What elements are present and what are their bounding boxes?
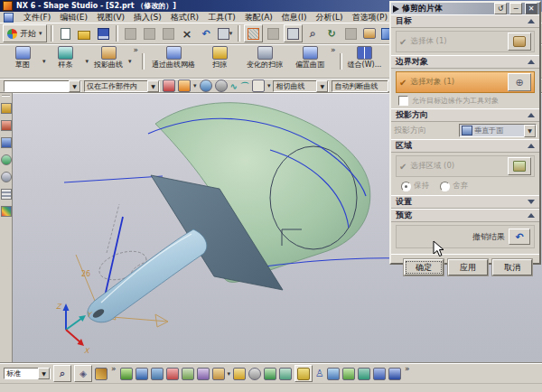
zoom-button[interactable]: ⌕ [304, 25, 322, 42]
part-navigator-icon[interactable] [1, 137, 12, 148]
curve-icon[interactable] [182, 368, 194, 380]
select-object-row[interactable]: ✔ 选择对象 (1) ⊕ [396, 71, 535, 93]
role-icon[interactable] [233, 368, 246, 380]
settings-section-header[interactable]: 设置 [391, 195, 539, 209]
type-filter-combo[interactable]: ▼ [4, 80, 81, 92]
menu-preferences[interactable]: 首选项(P) [348, 12, 392, 23]
fit-view-button[interactable] [244, 24, 263, 42]
overflow-chevron-icon[interactable]: » [405, 364, 410, 373]
palettes-icon[interactable] [1, 206, 12, 217]
combo-dropdown-icon[interactable]: ▼ [38, 368, 50, 379]
offset-surface-button[interactable]: 偏置曲面 [291, 45, 329, 78]
combo-dropdown-icon[interactable]: ▼ [69, 80, 80, 92]
overflow-chevron-icon[interactable]: » [331, 45, 336, 54]
menu-view[interactable]: 视图(V) [92, 12, 129, 23]
pan-button[interactable] [265, 25, 282, 42]
snap-point-icon[interactable] [200, 79, 212, 92]
open-button[interactable] [76, 25, 93, 42]
apply-button[interactable]: 应用 [448, 259, 488, 275]
menu-file[interactable]: 文件(F) [19, 12, 55, 23]
image-icon[interactable] [327, 368, 340, 380]
target-section-header[interactable]: 目标 [391, 14, 539, 28]
preset-combo[interactable]: 标准 ▼ [4, 368, 51, 379]
select-body-button[interactable] [508, 33, 531, 51]
document-icon[interactable] [4, 13, 14, 23]
menu-format[interactable]: 格式(R) [166, 12, 203, 23]
reuse-library-icon[interactable] [1, 154, 12, 165]
refresh-selection-icon[interactable] [163, 79, 175, 92]
ok-button[interactable]: 确定 [404, 259, 444, 275]
sync-icon[interactable] [248, 368, 261, 380]
history-icon[interactable] [1, 172, 12, 182]
projection-direction-dropdown[interactable]: 垂直于面 ▼ [459, 124, 537, 137]
menu-edit[interactable]: 编辑(E) [55, 12, 92, 23]
sheet-icon[interactable] [151, 368, 164, 380]
through-curve-mesh-button[interactable]: 通过曲线网格 [147, 45, 200, 78]
discard-radio[interactable] [440, 182, 450, 191]
extrude-icon[interactable] [136, 368, 148, 380]
resource-bar-grip[interactable] [2, 95, 10, 97]
combo-dropdown-icon[interactable]: ▼ [316, 80, 328, 92]
user-icon[interactable]: ♙ [315, 369, 324, 378]
dialog-title-bar[interactable]: 修剪的片体 ↺ − ✕ [391, 3, 539, 14]
menu-insert[interactable]: 插入(S) [129, 12, 166, 23]
snapshot-button[interactable] [361, 25, 378, 42]
keep-option[interactable]: 保持 [401, 181, 429, 191]
copy-button-disabled[interactable] [141, 25, 158, 42]
variational-sweep-button[interactable]: 变化的扫掠 [239, 45, 290, 78]
sew-button[interactable]: 缝合(W)... [345, 45, 385, 78]
select-region-row[interactable]: ✔ 选择区域 (0) [396, 155, 535, 177]
system-materials-icon[interactable] [1, 189, 12, 200]
curve-rule-combo[interactable]: 相切曲线 ▼ [273, 80, 329, 92]
dialog-close-button[interactable]: ✕ [525, 3, 537, 14]
curve-branch-icon[interactable]: ⌒ [240, 81, 249, 91]
allow-target-edges-checkbox[interactable] [398, 96, 408, 106]
layer-icon[interactable] [279, 368, 292, 380]
delete-button[interactable]: × [179, 25, 196, 42]
scope-combo[interactable]: 仅在工作部件内 ▼ [84, 80, 160, 92]
zoom-tool-toggle[interactable]: ⌕ [53, 365, 71, 382]
region-section-header[interactable]: 区域 [391, 139, 539, 153]
assembly-navigator-icon[interactable] [1, 103, 12, 114]
flag-icon[interactable] [264, 368, 276, 380]
menu-information[interactable]: 信息(I) [277, 12, 312, 23]
project-curve-button[interactable]: 投影曲线 [89, 45, 127, 78]
cut-button-disabled[interactable] [122, 25, 139, 42]
constraint-navigator-icon[interactable] [1, 120, 12, 131]
dialog-minimize-button[interactable]: − [509, 3, 522, 14]
datum-plane-icon[interactable] [120, 368, 133, 380]
highlight-icon[interactable] [178, 79, 191, 92]
curve-chain-icon[interactable]: ∿ [230, 81, 238, 91]
trim-icon[interactable] [166, 368, 179, 380]
save-button[interactable] [95, 25, 112, 42]
menu-analysis[interactable]: 分析(L) [312, 12, 348, 23]
start-button[interactable]: 开始 ▾ [3, 24, 47, 42]
combo-dropdown-icon[interactable]: ▼ [524, 125, 536, 137]
mail-icon[interactable] [373, 368, 386, 380]
new-button[interactable] [57, 25, 74, 42]
export-icon[interactable] [342, 368, 355, 380]
swept-button[interactable]: 扫掠 [201, 45, 238, 78]
undo-button[interactable]: ↶ [198, 25, 215, 42]
select-object-button[interactable]: ⊕ [508, 73, 531, 91]
menu-assemblies[interactable]: 装配(A) [240, 12, 277, 23]
point-icon[interactable] [197, 368, 210, 380]
web-icon[interactable] [358, 368, 370, 380]
dialog-reset-button[interactable]: ↺ [494, 3, 507, 14]
rotate-view-button[interactable]: ↻ [323, 25, 341, 42]
menu-tools[interactable]: 工具(T) [203, 12, 240, 23]
overflow-chevron-icon[interactable]: » [134, 45, 139, 54]
overflow-chevron-icon[interactable]: » [111, 364, 117, 373]
allow-target-edges-row[interactable]: 允许目标边缘作为工具对象 [396, 96, 535, 106]
perspective-button[interactable] [342, 25, 360, 42]
studio-spline-button[interactable]: 样条 [47, 45, 85, 78]
zoom-window-button[interactable] [284, 24, 303, 42]
select-region-button[interactable] [508, 157, 531, 175]
keep-radio[interactable] [401, 182, 411, 191]
measure-icon[interactable] [212, 368, 225, 380]
projection-section-header[interactable]: 投影方向 [391, 108, 539, 122]
brush-icon[interactable] [95, 368, 107, 380]
preview-section-header[interactable]: 预览 [391, 209, 539, 222]
help-icon[interactable] [388, 368, 401, 380]
boundary-section-header[interactable]: 边界对象 [391, 55, 539, 69]
